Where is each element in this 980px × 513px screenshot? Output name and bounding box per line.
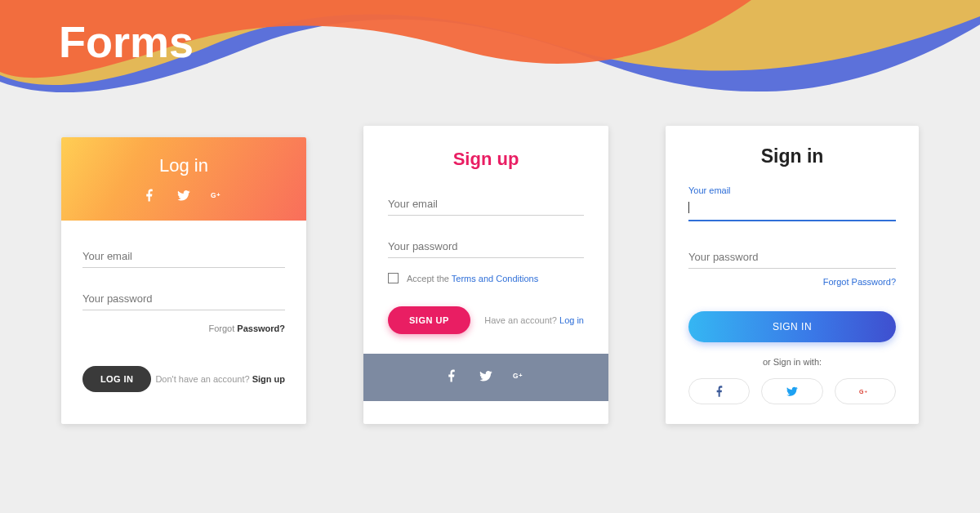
signin-email-input[interactable] [688,197,896,221]
login-password-input[interactable] [82,288,285,310]
google-plus-icon[interactable]: G+ [211,188,225,206]
page-title: Forms [59,16,194,67]
google-plus-button[interactable]: G+ [835,378,896,404]
signin-password-input[interactable] [688,246,896,269]
login-hint-link[interactable]: Log in [559,315,584,325]
login-card-header: Log in G+ [61,137,306,221]
forgot-strong: Password? [237,323,285,333]
signup-hint[interactable]: Don't have an account? Sign up [155,374,285,384]
or-signin-with: or Sign in with: [688,357,896,367]
signup-card: Sign up Accept the Terms and Conditions … [363,126,608,424]
signin-email-label: Your email [688,185,896,195]
signup-password-input[interactable] [388,235,584,258]
login-email-input[interactable] [82,245,285,268]
signup-button[interactable]: SIGN UP [388,306,470,334]
signup-email-input[interactable] [388,193,584,216]
signin-forgot-link[interactable]: Forgot Password? [688,277,896,287]
signup-hint-prefix: Don't have an account? [155,374,252,384]
facebook-button[interactable] [688,378,750,404]
twitter-icon[interactable] [479,368,493,386]
login-card: Log in G+ Forgot Password? [61,137,306,424]
svg-text:+: + [216,191,220,199]
terms-link[interactable]: Terms and Conditions [452,274,538,283]
login-hint-prefix: Have an account? [484,315,559,325]
login-title: Log in [69,155,298,176]
facebook-icon[interactable] [444,368,459,386]
accept-prefix: Accept the [407,274,452,283]
text-cursor-icon [688,202,689,213]
svg-text:G: G [513,372,519,380]
twitter-icon[interactable] [176,188,191,206]
signin-title: Sign in [688,145,896,167]
google-plus-icon[interactable]: G+ [513,368,528,386]
forgot-password-link[interactable]: Forgot Password? [82,323,285,333]
svg-text:G: G [211,191,216,199]
signin-button[interactable]: SIGN IN [688,311,896,342]
signup-title: Sign up [388,149,584,170]
login-button[interactable]: LOG IN [82,366,151,392]
svg-text:+: + [865,389,868,394]
signup-hint-strong: Sign up [252,374,285,384]
forgot-prefix: Forgot [208,323,237,333]
facebook-icon[interactable] [142,188,157,206]
twitter-button[interactable] [761,378,822,404]
signin-card: Sign in Your email Forgot Password? SIGN… [666,126,919,424]
svg-text:G: G [859,389,864,395]
svg-text:+: + [519,372,522,379]
terms-checkbox[interactable] [388,273,399,283]
